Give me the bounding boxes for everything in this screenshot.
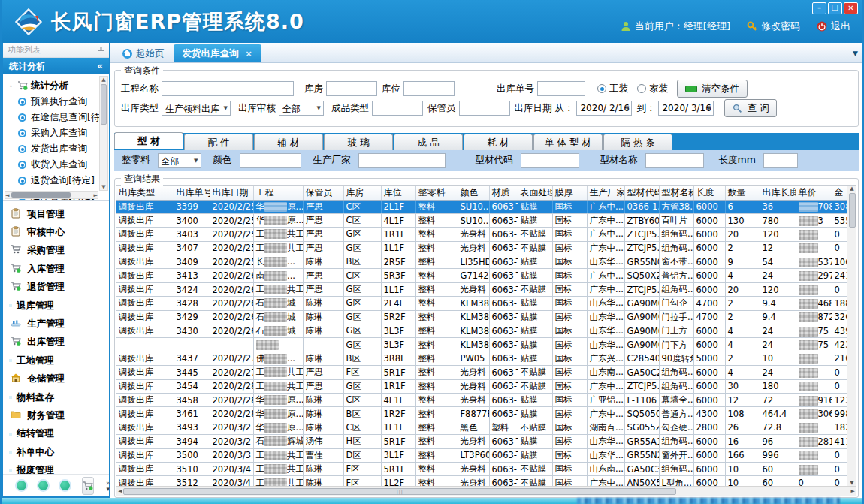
radio-jiazhuang[interactable]: 家装 (637, 83, 668, 95)
quick-dot-icon[interactable] (38, 481, 48, 490)
out-type-select[interactable]: 生产领料出库 (162, 101, 231, 116)
logout-button[interactable]: 退出 (817, 20, 850, 33)
table-row[interactable]: 调拨出库35002020/3/3工共工程曹佳D区3L1F整料LT3P606063… (116, 448, 847, 462)
close-button[interactable]: ✕ (844, 2, 858, 14)
table-row[interactable]: 调拨出库34542020/2/28工共工程严思G区1R1F整料光身料6063-T… (116, 379, 847, 393)
tab-shipment-query[interactable]: 发货出库查询 × (174, 44, 261, 62)
column-header[interactable]: 出库日期 (210, 186, 253, 200)
table-row[interactable]: 调拨出库34242020/2/26工共工程严思G区1L1F整料光身料6063-T… (116, 282, 847, 296)
sidebar-menu-item[interactable]: 项目管理 (11, 205, 109, 223)
sidebar-menu-item[interactable]: 审核中心 (11, 223, 109, 241)
tree-item[interactable]: 退货查询[待定] (8, 173, 98, 189)
column-header[interactable]: 生产厂家 (587, 186, 624, 200)
project-name-input[interactable] (162, 81, 294, 96)
table-row[interactable]: 调拨出库34942020/3/2石辉城汤伟H区5R1F整料光身料6063-T5贴… (116, 435, 847, 448)
maximize-button[interactable]: ❐ (828, 2, 842, 14)
column-header[interactable]: 整零料 (415, 186, 458, 200)
column-header[interactable]: 库位 (381, 186, 415, 200)
table-row[interactable]: 调拨出库34372020/2/27佛...陈琳B区3R8F整料PW056063-… (116, 352, 847, 365)
tree-expander-icon[interactable]: - (8, 83, 14, 89)
tree-vertical-scrollbar[interactable]: ▲▼ (99, 76, 108, 191)
sidebar-menu-item[interactable]: 工地管理 (11, 352, 109, 370)
sidebar-overflow-button[interactable]: »▾ (106, 480, 110, 492)
table-row[interactable]: 调拨出库34292020/2/26石城陈琳G区5R2F整料KLM38176063… (116, 310, 847, 324)
manufacturer-input[interactable] (358, 153, 446, 168)
material-tab[interactable]: 耗 材 (464, 134, 533, 150)
table-row[interactable]: 调拨出库34132020/2/26南...严思C区5R3F整料G71422606… (116, 269, 847, 282)
column-header[interactable]: 型材代码 (624, 186, 659, 200)
color-input[interactable] (240, 153, 301, 168)
sidebar-menu-item[interactable]: 结转管理 (11, 425, 109, 443)
minimize-button[interactable]: – (812, 2, 826, 14)
table-row[interactable]: 调拨出库34002020/2/25华原...严思C区4L1F整料SU10...6… (116, 213, 847, 227)
sidebar-menu-item[interactable]: 报废管理 (11, 461, 109, 474)
material-tab[interactable]: 隔 热 条 (603, 134, 672, 150)
tree-item[interactable]: 收货入库查询 (8, 157, 98, 173)
tree-horizontal-scrollbar[interactable]: ◄► (5, 191, 98, 199)
cart-quick-button[interactable] (82, 477, 94, 495)
length-input[interactable] (763, 153, 798, 168)
material-tab[interactable]: 辅 材 (254, 134, 323, 150)
table-row[interactable]: 调拨出库34612020/2/28华原...陈琳B区1R2F整料F8877FT6… (116, 407, 847, 421)
column-header[interactable]: 材质 (489, 186, 518, 200)
material-tab[interactable]: 玻 璃 (324, 134, 393, 150)
profile-name-input[interactable] (645, 153, 704, 168)
sidebar-menu-item[interactable]: 入库管理 (11, 260, 109, 278)
column-header[interactable]: 膜厚 (552, 186, 587, 200)
table-row[interactable]: 调拨出库33992020/2/25华原...严思C区2L1F整料SU10...6… (116, 200, 847, 213)
material-tab[interactable]: 成 品 (394, 134, 463, 150)
order-no-input[interactable] (537, 81, 585, 96)
column-header[interactable]: 长度 (693, 186, 725, 200)
tree-item[interactable]: 发货出库查询 (8, 141, 98, 157)
sidebar-group-statistics[interactable]: 统计分析 « (3, 58, 109, 74)
results-horizontal-scrollbar[interactable]: ◄|||► (116, 486, 856, 496)
table-row[interactable]: 调拨出库35102020/3/4工共工程陈琳F区5R1F整料光身料6063-T5… (116, 462, 847, 475)
table-row[interactable]: 调拨出库34582020/2/28华原...陈琳C区4L1F整料光身料6063-… (116, 393, 847, 406)
profile-code-input[interactable] (521, 153, 579, 168)
tab-close-icon[interactable]: × (246, 49, 252, 59)
column-header[interactable]: 型材名称 (659, 186, 693, 200)
sidebar-menu-item[interactable]: 补单中心 (11, 443, 109, 461)
radio-gongzhuang[interactable]: 工装 (597, 83, 628, 95)
sidebar-menu-item[interactable]: 财务管理 (11, 406, 109, 424)
sidebar-menu-item[interactable]: 生产管理 (11, 315, 109, 333)
tree-item[interactable]: 在途信息查询[待 (8, 110, 98, 125)
quick-dot-icon[interactable] (60, 481, 70, 490)
tab-home[interactable]: 起始页 (113, 44, 174, 62)
column-header[interactable]: 库房 (343, 186, 381, 200)
pin-icon[interactable] (98, 47, 104, 53)
column-header[interactable]: 保管员 (303, 186, 343, 200)
column-header[interactable]: 出库长度 (760, 186, 796, 200)
results-vertical-scrollbar[interactable]: ▲▼ (847, 186, 856, 486)
table-row[interactable]: 调拨出库34932020/3/2华原...陈琳C区1L1F整料黑色塑料不贴膜国标… (116, 421, 847, 434)
collapse-icon[interactable]: « (97, 61, 103, 71)
quick-dot-icon[interactable] (17, 481, 26, 490)
column-header[interactable]: 颜色 (458, 186, 489, 200)
sidebar-menu-item[interactable]: 出库管理 (11, 333, 109, 352)
column-header[interactable]: 单价 (796, 186, 832, 200)
tree-root-node[interactable]: - 统计分析 (8, 77, 98, 94)
column-header[interactable]: 出库类型 (116, 186, 174, 200)
product-type-input[interactable] (372, 101, 423, 116)
date-to-picker[interactable]: 2020/ 3/16 (658, 101, 714, 116)
search-button[interactable]: 查 询 (724, 99, 777, 117)
date-from-picker[interactable]: 2020/ 2/16 (576, 101, 632, 116)
tree-item[interactable]: 预算执行查询 (8, 94, 98, 110)
table-row[interactable]: G区3L3F整料KLM38176063-T5贴膜国标山东华...GA90M09.… (116, 338, 847, 352)
sidebar-menu-item[interactable]: 退库管理 (11, 297, 109, 315)
sidebar-menu-item[interactable]: 退货管理 (11, 279, 109, 297)
keeper-input[interactable] (459, 101, 510, 116)
tab-overflow-icon[interactable]: ▼ (853, 50, 858, 57)
table-row[interactable]: 调拨出库34092020/2/25长...陈琳B区2R5F整料LI35HD606… (116, 255, 847, 269)
column-header[interactable]: 数量 (725, 186, 760, 200)
table-row[interactable]: 调拨出库34282020/2/26石城陈琳G区2L4F整料KLM38176063… (116, 297, 847, 310)
change-password-button[interactable]: 修改密码 (747, 20, 800, 33)
table-row[interactable]: 调拨出库34032020/2/25工共工程严思G区1R1F整料光身料6063-T… (116, 228, 847, 241)
column-header[interactable]: 表面处理 (518, 186, 552, 200)
sidebar-menu-item[interactable]: 物料盘存 (11, 388, 109, 406)
column-header[interactable]: 工程 (253, 186, 303, 200)
material-tab[interactable]: 型 材 (114, 132, 183, 149)
sidebar-menu-item[interactable]: 采购管理 (11, 242, 109, 260)
table-row[interactable]: 调拨出库34302020/2/26石城陈琳G区3L3F整料KLM38176063… (116, 324, 847, 338)
table-row[interactable]: 调拨出库34452020/2/27工共工程严思F区5R1F整料光身料6063-T… (116, 366, 847, 379)
